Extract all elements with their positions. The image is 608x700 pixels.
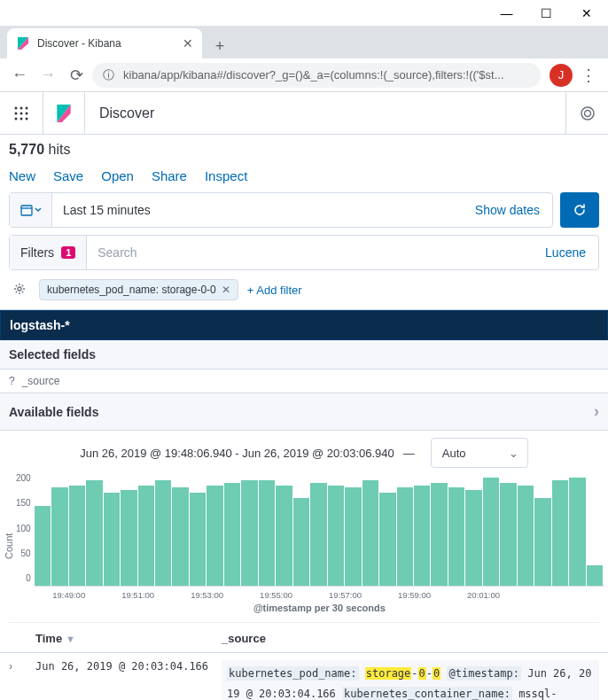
field-type-icon: ? bbox=[9, 375, 15, 387]
kibana-favicon-icon bbox=[16, 36, 30, 51]
results-table-header: Time▼ _source bbox=[0, 625, 608, 653]
chart-bar[interactable] bbox=[587, 565, 603, 586]
inspect-link[interactable]: Inspect bbox=[205, 168, 247, 183]
chart-bars[interactable] bbox=[35, 471, 604, 587]
chart-bar[interactable] bbox=[397, 487, 413, 586]
chart-bar[interactable] bbox=[431, 483, 447, 586]
chart-bar[interactable] bbox=[310, 483, 326, 586]
chart-bar[interactable] bbox=[448, 487, 464, 586]
svg-point-2 bbox=[15, 106, 18, 109]
expand-row-icon[interactable]: › bbox=[9, 660, 35, 673]
chart-bar[interactable] bbox=[518, 486, 534, 586]
column-time[interactable]: Time▼ bbox=[35, 632, 222, 645]
chart-bar[interactable] bbox=[104, 493, 120, 586]
svg-point-9 bbox=[20, 117, 23, 120]
new-link[interactable]: New bbox=[9, 168, 35, 183]
field-item-source[interactable]: ? _source bbox=[0, 369, 608, 393]
window-maximize[interactable]: ☐ bbox=[526, 1, 566, 26]
filter-settings-icon[interactable] bbox=[9, 283, 30, 298]
chart-bar[interactable] bbox=[569, 478, 585, 586]
histogram-chart: Count 200150100500 19:49:0019:51:0019:53… bbox=[0, 471, 608, 620]
column-source[interactable]: _source bbox=[222, 632, 599, 645]
app-switcher-icon[interactable] bbox=[0, 106, 43, 121]
chart-bar[interactable] bbox=[276, 486, 292, 586]
svg-point-6 bbox=[20, 112, 23, 114]
chart-bar[interactable] bbox=[293, 498, 309, 586]
window-titlebar: — ☐ ✕ bbox=[0, 0, 608, 27]
chart-bar[interactable] bbox=[207, 486, 222, 586]
window-minimize[interactable]: — bbox=[487, 1, 526, 26]
chart-time-range: Jun 26, 2019 @ 19:48:06.940 - Jun 26, 20… bbox=[80, 447, 394, 460]
chart-bar[interactable] bbox=[69, 486, 85, 586]
selected-fields-header: Selected fields bbox=[0, 340, 608, 369]
filter-pill[interactable]: kubernetes_pod_name: storage-0-0 ✕ bbox=[39, 279, 238, 300]
search-bar: Filters 1 Search Lucene bbox=[9, 235, 599, 270]
svg-rect-15 bbox=[21, 206, 32, 215]
chart-bar[interactable] bbox=[155, 480, 171, 586]
chart-bar[interactable] bbox=[241, 480, 257, 586]
chart-bar[interactable] bbox=[51, 487, 67, 586]
add-filter-link[interactable]: + Add filter bbox=[247, 284, 302, 297]
chart-bar[interactable] bbox=[172, 487, 188, 586]
filter-bar: kubernetes_pod_name: storage-0-0 ✕ + Add… bbox=[0, 277, 608, 310]
table-row: › Jun 26, 2019 @ 20:03:04.166 kubernetes… bbox=[0, 653, 608, 700]
index-pattern-selector[interactable]: logstash-* bbox=[0, 310, 608, 340]
calendar-icon[interactable] bbox=[10, 193, 52, 227]
browser-toolbar: ← → ⟳ ⓘ kibana/app/kibana#/discover?_g=(… bbox=[0, 58, 608, 92]
chart-bar[interactable] bbox=[345, 487, 361, 586]
chart-bar[interactable] bbox=[224, 483, 240, 586]
kibana-logo-icon[interactable] bbox=[43, 92, 85, 135]
chart-bar[interactable] bbox=[259, 480, 275, 586]
row-source: kubernetes_pod_name: storage-0-0 @timest… bbox=[222, 660, 599, 700]
search-input[interactable]: Search bbox=[87, 245, 533, 260]
chart-bar[interactable] bbox=[138, 486, 154, 586]
chart-bar[interactable] bbox=[121, 490, 136, 586]
browser-tab[interactable]: Discover - Kibana ✕ bbox=[7, 28, 202, 58]
interval-select[interactable]: Auto ⌄ bbox=[431, 438, 528, 468]
tab-close-icon[interactable]: ✕ bbox=[183, 36, 193, 51]
address-bar[interactable]: ⓘ kibana/app/kibana#/discover?_g=()&_a=(… bbox=[92, 63, 541, 88]
available-fields-header[interactable]: Available fields › bbox=[0, 393, 608, 431]
save-link[interactable]: Save bbox=[53, 168, 83, 183]
chart-bar[interactable] bbox=[86, 480, 102, 586]
top-actions: New Save Open Share Inspect bbox=[0, 165, 608, 192]
chevron-right-icon: › bbox=[594, 402, 599, 421]
svg-point-4 bbox=[26, 106, 28, 109]
chart-bar[interactable] bbox=[500, 483, 516, 586]
show-dates-link[interactable]: Show dates bbox=[463, 203, 552, 217]
chart-bar[interactable] bbox=[414, 486, 430, 586]
svg-point-7 bbox=[26, 112, 28, 114]
chart-bar[interactable] bbox=[362, 480, 378, 586]
new-tab-button[interactable]: + bbox=[207, 34, 232, 58]
query-language-link[interactable]: Lucene bbox=[533, 245, 598, 260]
chart-bar[interactable] bbox=[534, 498, 550, 586]
chart-bar[interactable] bbox=[483, 478, 499, 586]
datepicker[interactable]: Last 15 minutes Show dates bbox=[9, 192, 553, 228]
svg-point-5 bbox=[15, 112, 18, 114]
filters-button[interactable]: Filters 1 bbox=[10, 236, 87, 269]
profile-avatar[interactable]: J bbox=[550, 64, 573, 87]
share-link[interactable]: Share bbox=[152, 168, 187, 183]
y-axis-label: Count bbox=[2, 471, 16, 620]
svg-point-10 bbox=[26, 117, 28, 120]
chart-bar[interactable] bbox=[35, 506, 51, 586]
kibana-header: Discover bbox=[0, 92, 608, 135]
remove-filter-icon[interactable]: ✕ bbox=[222, 284, 230, 296]
reload-button[interactable]: ⟳ bbox=[64, 63, 89, 88]
chart-bar[interactable] bbox=[328, 486, 344, 586]
back-button[interactable]: ← bbox=[7, 63, 32, 88]
tab-title: Discover - Kibana bbox=[37, 37, 183, 50]
header-help-icon[interactable] bbox=[565, 92, 608, 135]
filters-count-badge: 1 bbox=[61, 246, 75, 259]
window-close[interactable]: ✕ bbox=[566, 1, 606, 26]
forward-button[interactable]: → bbox=[35, 63, 60, 88]
browser-menu-icon[interactable]: ⋮ bbox=[576, 66, 601, 85]
refresh-button[interactable] bbox=[560, 192, 599, 228]
chart-bar[interactable] bbox=[190, 493, 206, 586]
chart-bar[interactable] bbox=[552, 480, 568, 586]
chart-header: Jun 26, 2019 @ 19:48:06.940 - Jun 26, 20… bbox=[0, 431, 608, 471]
chart-bar[interactable] bbox=[465, 490, 481, 586]
browser-tab-strip: Discover - Kibana ✕ + bbox=[0, 27, 608, 58]
chart-bar[interactable] bbox=[379, 493, 395, 586]
open-link[interactable]: Open bbox=[101, 168, 134, 183]
